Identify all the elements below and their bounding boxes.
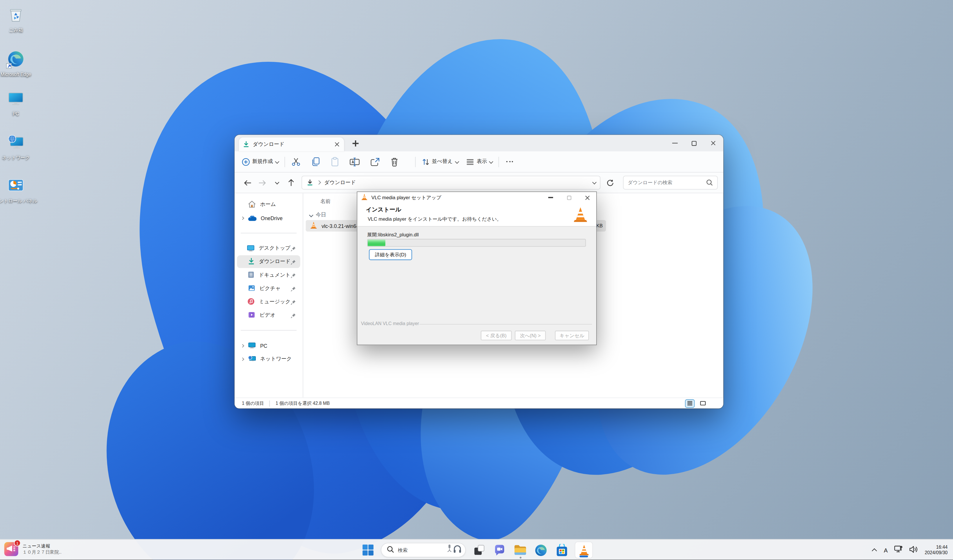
vlc-taskbar-button[interactable] [574,542,593,559]
cancel-button[interactable]: キャンセル [555,330,589,340]
file-explorer-button[interactable] [513,543,528,558]
sidebar-item-documents[interactable]: ドキュメント [237,268,300,281]
chevron-down-icon [275,159,279,163]
share-button[interactable] [370,157,380,166]
dialog-minimize-button[interactable] [542,192,560,203]
sort-button[interactable]: 並べ替え [421,158,458,166]
search-box[interactable]: ダウンロードの検索 [623,176,718,190]
forward-button[interactable] [255,180,269,186]
address-dropdown-icon[interactable] [592,180,596,184]
paste-button[interactable] [330,157,339,167]
tab-close-icon[interactable] [334,141,340,147]
new-tab-button[interactable] [353,140,359,146]
sidebar-item-label: ダウンロード [259,258,290,265]
sidebar-item-music[interactable]: ミュージック [237,296,300,308]
sidebar-item-pictures[interactable]: ピクチャ [237,282,300,295]
chevron-right-icon[interactable] [241,357,244,361]
dialog-header: インストール VLC media player をインストール中です。お待ちくだ… [357,203,596,227]
widgets-button[interactable]: 1 ニュース速報 １０月２７日衆院.. [5,542,62,556]
pin-icon [290,310,296,321]
dialog-title-bar[interactable]: VLC media player セットアップ [357,192,596,203]
show-details-button[interactable]: 詳細を表示(D) [369,249,412,260]
progress-status-label: 展開:libskins2_plugin.dll [367,231,419,238]
music-icon [247,296,255,307]
home-icon [248,199,256,210]
more-options-button[interactable] [506,161,513,162]
sort-button-label: 並べ替え [432,158,453,165]
details-view-button[interactable] [685,399,695,408]
desktop-icon-network[interactable]: ネットワーク [0,134,39,160]
sidebar-item-onedrive[interactable]: OneDrive [237,211,300,224]
sidebar-item-network[interactable]: ネットワーク [237,353,300,365]
sidebar-item-downloads[interactable]: ダウンロード [237,255,300,268]
vlc-cone-icon [361,192,368,203]
pin-icon [290,283,296,294]
downloads-icon [248,256,255,267]
minimize-button[interactable] [665,135,684,151]
cut-button[interactable] [291,157,301,167]
tab-downloads[interactable]: ダウンロード [239,138,344,151]
taskbar-search-box[interactable]: 検索 [381,543,466,557]
close-button[interactable] [704,135,723,151]
chevron-right-icon[interactable] [241,344,244,347]
tab-title: ダウンロード [253,141,284,148]
address-bar[interactable]: ダウンロード [301,176,600,190]
large-icons-view-button[interactable] [698,399,708,408]
delete-button[interactable] [390,157,398,167]
chevron-right-icon[interactable] [241,216,244,220]
new-button[interactable]: 新規作成 [242,158,278,166]
back-button[interactable]: < 戻る(B) [481,330,512,340]
recent-locations-button[interactable] [269,181,284,184]
desktop-icon-label: ネットワーク [2,155,29,160]
windows-logo-icon [362,544,374,556]
next-button[interactable]: 次へ(N) > [515,330,546,340]
chevron-down-icon [309,213,313,217]
rename-button[interactable] [349,157,360,166]
refresh-button[interactable] [603,179,618,186]
task-view-icon [473,544,485,556]
network-tray-icon[interactable] [894,544,903,555]
active-window-indicator [579,555,588,557]
view-button[interactable]: 表示 [466,158,492,165]
large-icons-view-icon [700,401,705,405]
sidebar-item-pc[interactable]: PC [237,339,300,352]
sidebar-item-desktop[interactable]: デスクトップ [237,242,300,254]
breadcrumb[interactable]: ダウンロード [324,179,356,186]
start-button[interactable] [360,543,375,558]
download-icon [243,139,249,150]
plus-circle-icon [242,158,250,166]
column-header-name[interactable]: 名前 [320,198,331,205]
desktop-icon-pc[interactable]: PC [0,90,39,116]
sidebar-item-label: PC [260,343,267,349]
network-icon [7,134,24,153]
up-button[interactable] [284,178,298,186]
sidebar-item-label: ピクチャ [259,285,281,292]
volume-tray-icon[interactable] [910,544,918,555]
group-header-today[interactable]: 今日 [309,211,326,219]
vlc-cone-icon [573,206,588,225]
desktop-icon-control-panel[interactable]: コントロール パネル [0,177,39,203]
tray-overflow-chevron-icon[interactable] [872,548,877,554]
desktop-icon-recycle-bin[interactable]: ごみ箱 [0,6,39,33]
chat-button[interactable] [492,543,507,558]
taskbar-clock[interactable]: 16:44 2024/09/30 [925,544,948,556]
widget-headline: ニュース速報 [23,543,62,549]
task-view-button[interactable] [471,543,486,558]
desktop-folder-icon [247,243,255,254]
maximize-button[interactable] [684,135,704,151]
dialog-close-button[interactable] [578,192,596,203]
edge-button[interactable] [533,543,548,558]
dialog-maximize-button[interactable] [560,192,578,203]
copy-button[interactable] [311,157,320,167]
sidebar-item-home[interactable]: ホーム [237,198,300,211]
ime-mode-indicator[interactable]: A [884,547,888,554]
view-lines-icon [466,158,474,165]
microsoft-store-button[interactable] [554,543,569,558]
sidebar-item-videos[interactable]: ビデオ [237,309,300,322]
back-button[interactable] [240,180,255,186]
pc-small-icon [248,340,256,351]
desktop-icon-edge[interactable]: Microsoft Edge [0,50,39,77]
edge-icon [534,544,547,557]
desktop-icon-label: PC [13,112,19,117]
desktop-icon-label: コントロール パネル [0,198,37,203]
